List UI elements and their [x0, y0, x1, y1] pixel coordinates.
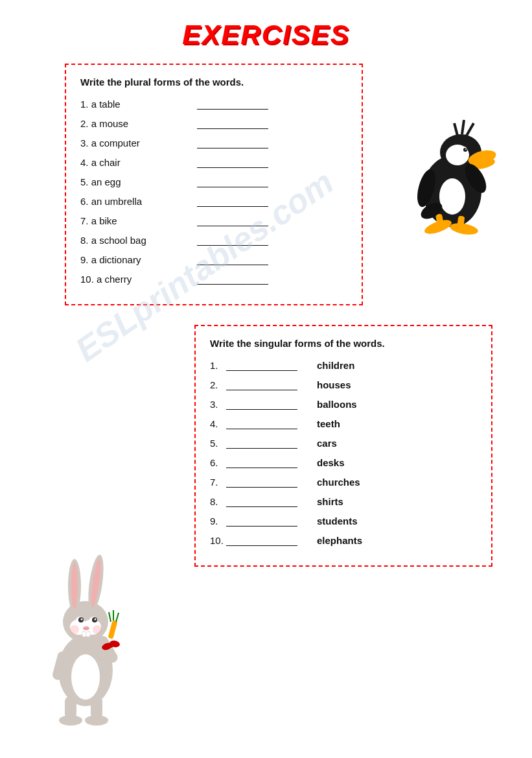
answer-line[interactable]	[197, 254, 268, 265]
svg-line-46	[109, 612, 111, 622]
item-number: 4.	[210, 418, 226, 429]
word-label: 2. a mouse	[80, 118, 197, 129]
svg-point-23	[59, 715, 82, 726]
answer-line[interactable]	[226, 418, 297, 429]
exercise-2-item: 7. churches	[210, 476, 477, 488]
plural-word: elephants	[317, 535, 382, 546]
item-number: 7.	[210, 477, 226, 488]
exercise-1-item: 9. a dictionary	[80, 254, 347, 265]
plural-word: churches	[317, 477, 382, 488]
exercise-1-box: Write the plural forms of the words. 1. …	[65, 64, 363, 305]
svg-point-7	[463, 148, 467, 152]
exercise-2-items: 1. children 2. houses 3. balloons 4. tee…	[210, 359, 477, 546]
plural-word: cars	[317, 438, 382, 449]
svg-line-17	[462, 120, 464, 134]
svg-rect-43	[82, 632, 86, 637]
exercise-2-item: 6. desks	[210, 456, 477, 468]
plural-word: teeth	[317, 418, 382, 429]
svg-point-24	[85, 715, 108, 726]
exercise-1-item: 8. a school bag	[80, 234, 347, 246]
duck-illustration	[399, 101, 506, 237]
item-number: 3.	[210, 399, 226, 410]
plural-word: shirts	[317, 496, 382, 507]
word-label: 7. a bike	[80, 215, 197, 226]
answer-line[interactable]	[226, 456, 297, 468]
answer-line[interactable]	[226, 515, 297, 527]
exercise-2-item: 8. shirts	[210, 495, 477, 507]
svg-line-18	[467, 123, 474, 136]
svg-point-29	[71, 563, 78, 610]
answer-line[interactable]	[226, 437, 297, 449]
exercise-2-instruction: Write the singular forms of the words.	[210, 338, 477, 349]
svg-line-16	[454, 123, 457, 136]
page-title: EXERCISES	[26, 19, 506, 51]
svg-rect-45	[108, 620, 118, 639]
exercise-1-item: 3. a computer	[80, 137, 347, 148]
item-number: 9.	[210, 515, 226, 527]
exercise-1-item: 6. an umbrella	[80, 195, 347, 207]
exercise-2-item: 9. students	[210, 515, 477, 527]
plural-word: desks	[317, 457, 382, 468]
svg-rect-44	[86, 632, 90, 637]
svg-point-20	[71, 654, 100, 700]
plural-word: balloons	[317, 399, 382, 410]
item-number: 2.	[210, 379, 226, 390]
svg-point-40	[83, 626, 89, 630]
item-number: 6.	[210, 457, 226, 468]
exercise-1-item: 4. a chair	[80, 156, 347, 168]
exercise-1-item: 10. a cherry	[80, 273, 347, 285]
plural-word: students	[317, 515, 382, 527]
word-label: 5. an egg	[80, 176, 197, 187]
answer-line[interactable]	[226, 398, 297, 410]
word-label: 4. a chair	[80, 157, 197, 168]
svg-point-39	[95, 619, 97, 621]
exercise-2-box: Write the singular forms of the words. 1…	[194, 325, 492, 567]
item-number: 1.	[210, 360, 226, 371]
answer-line[interactable]	[197, 273, 268, 285]
svg-point-8	[465, 148, 467, 150]
answer-line[interactable]	[226, 534, 297, 546]
exercise-1-instruction: Write the plural forms of the words.	[80, 77, 347, 88]
svg-point-42	[93, 625, 102, 634]
word-label: 1. a table	[80, 99, 197, 110]
word-label: 3. a computer	[80, 137, 197, 148]
exercise-2-item: 2. houses	[210, 379, 477, 390]
answer-line[interactable]	[197, 176, 268, 187]
answer-line[interactable]	[226, 476, 297, 488]
exercise-2-item: 4. teeth	[210, 418, 477, 429]
word-label: 6. an umbrella	[80, 196, 197, 207]
exercise-2-item: 3. balloons	[210, 398, 477, 410]
answer-line[interactable]	[197, 137, 268, 148]
svg-point-1	[439, 178, 465, 215]
plural-word: children	[317, 360, 382, 371]
exercise-2-item: 1. children	[210, 359, 477, 371]
svg-line-48	[116, 613, 119, 622]
exercise-1-item: 5. an egg	[80, 176, 347, 187]
answer-line[interactable]	[226, 495, 297, 507]
answer-line[interactable]	[197, 117, 268, 129]
answer-line[interactable]	[197, 234, 268, 246]
page: EXERCISES ESLprintables.com	[0, 0, 532, 758]
item-number: 8.	[210, 496, 226, 507]
item-number: 10.	[210, 535, 226, 546]
exercise-2-item: 5. cars	[210, 437, 477, 449]
answer-line[interactable]	[197, 215, 268, 226]
svg-point-38	[81, 619, 83, 621]
exercise-2-item: 10. elephants	[210, 534, 477, 546]
exercise-1-item: 7. a bike	[80, 215, 347, 226]
item-number: 5.	[210, 438, 226, 449]
exercise-1-item: 1. a table	[80, 98, 347, 110]
answer-line[interactable]	[197, 98, 268, 110]
plural-word: houses	[317, 379, 382, 390]
word-label: 10. a cherry	[80, 274, 197, 285]
exercise-1-items: 1. a table 2. a mouse 3. a computer 4. a…	[80, 98, 347, 285]
bugs-bunny-illustration	[26, 551, 146, 729]
svg-point-41	[70, 625, 79, 634]
word-label: 9. a dictionary	[80, 254, 197, 265]
answer-line[interactable]	[197, 195, 268, 207]
exercise-1-item: 2. a mouse	[80, 117, 347, 129]
answer-line[interactable]	[226, 379, 297, 390]
answer-line[interactable]	[226, 359, 297, 371]
answer-line[interactable]	[197, 156, 268, 168]
svg-point-51	[108, 643, 113, 648]
